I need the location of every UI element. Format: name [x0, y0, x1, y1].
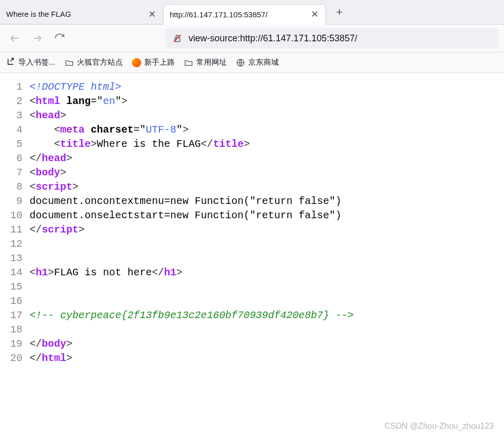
- url-text: view-source:http://61.147.171.105:53857/: [189, 33, 357, 44]
- line-content[interactable]: [30, 251, 499, 266]
- source-line: 7<body>: [5, 166, 499, 180]
- tab-active[interactable]: http://61.147.171.105:53857/ ✕: [163, 4, 326, 24]
- source-line: 20</html>: [5, 351, 499, 366]
- line-content[interactable]: document.oncontextmenu=new Function("ret…: [30, 194, 499, 209]
- bookmarks-bar: 导入书签... 火狐官方站点 新手上路 常用网址 京东商城: [0, 53, 504, 73]
- forward-button[interactable]: [29, 30, 46, 47]
- source-line: 11</script>: [5, 223, 499, 237]
- source-line: 12: [5, 237, 499, 251]
- nav-bar: view-source:http://61.147.171.105:53857/: [0, 24, 504, 53]
- insecure-lock-icon: [172, 33, 182, 43]
- tab-inactive[interactable]: Where is the FLAG ✕: [0, 4, 163, 24]
- bookmark-folder-common[interactable]: 常用网址: [184, 58, 227, 67]
- line-content[interactable]: <script>: [30, 180, 499, 194]
- line-number: 10: [5, 209, 30, 223]
- source-line: 9document.oncontextmenu=new Function("re…: [5, 194, 499, 209]
- line-number: 13: [5, 251, 30, 266]
- line-content[interactable]: <html lang="en">: [30, 94, 499, 109]
- address-bar[interactable]: view-source:http://61.147.171.105:53857/: [165, 28, 498, 48]
- line-number: 1: [5, 80, 30, 94]
- source-line: 14<h1>FLAG is not here</h1>: [5, 266, 499, 280]
- globe-icon: [236, 58, 245, 67]
- line-number: 2: [5, 94, 30, 109]
- bookmark-label: 火狐官方站点: [77, 58, 123, 67]
- bookmark-jd[interactable]: 京东商城: [236, 58, 279, 67]
- source-line: 19</body>: [5, 337, 499, 351]
- line-content[interactable]: </body>: [30, 337, 499, 351]
- source-line: 5 <title>Where is the FLAG</title>: [5, 137, 499, 151]
- source-line: 13: [5, 251, 499, 266]
- line-content[interactable]: [30, 323, 499, 337]
- line-content[interactable]: [30, 294, 499, 308]
- bookmark-label: 导入书签...: [18, 58, 56, 67]
- source-line: 3<head>: [5, 109, 499, 123]
- bookmark-label: 京东商城: [248, 58, 279, 67]
- tab-bar: Where is the FLAG ✕ http://61.147.171.10…: [0, 0, 504, 24]
- tab-title: http://61.147.171.105:53857/: [170, 10, 309, 19]
- source-line: 15: [5, 280, 499, 294]
- source-view: 1<!DOCTYPE html>2<html lang="en">3<head>…: [0, 73, 504, 371]
- source-line: 16: [5, 294, 499, 308]
- close-icon[interactable]: ✕: [309, 9, 320, 19]
- line-number: 4: [5, 123, 30, 137]
- source-line: 18: [5, 323, 499, 337]
- line-content[interactable]: <!DOCTYPE html>: [30, 80, 499, 94]
- line-number: 15: [5, 280, 30, 294]
- line-number: 8: [5, 180, 30, 194]
- tab-title: Where is the FLAG: [6, 10, 147, 18]
- new-tab-button[interactable]: +: [330, 3, 349, 21]
- folder-icon: [184, 58, 193, 67]
- bookmark-label: 新手上路: [144, 58, 175, 67]
- line-content[interactable]: <meta charset="UTF-8">: [30, 123, 499, 137]
- source-line: 6</head>: [5, 151, 499, 166]
- import-icon: [6, 57, 15, 68]
- line-number: 19: [5, 337, 30, 351]
- line-number: 9: [5, 194, 30, 209]
- bookmark-import[interactable]: 导入书签...: [6, 57, 56, 68]
- close-icon[interactable]: ✕: [147, 9, 157, 19]
- folder-icon: [65, 58, 74, 67]
- source-line: 8<script>: [5, 180, 499, 194]
- line-content[interactable]: <h1>FLAG is not here</h1>: [30, 266, 499, 280]
- line-content[interactable]: [30, 280, 499, 294]
- line-content[interactable]: </html>: [30, 351, 499, 366]
- source-line: 17<!-- cyberpeace{2f13fb9e13c2e160bf7093…: [5, 308, 499, 323]
- line-content[interactable]: </head>: [30, 151, 499, 166]
- watermark: CSDN @Zhou-Zhou_zhou123: [384, 422, 494, 431]
- line-number: 6: [5, 151, 30, 166]
- line-number: 14: [5, 266, 30, 280]
- bookmark-folder-firefox-site[interactable]: 火狐官方站点: [65, 58, 123, 67]
- bookmark-label: 常用网址: [196, 58, 227, 67]
- line-content[interactable]: [30, 237, 499, 251]
- line-number: 7: [5, 166, 30, 180]
- source-line: 1<!DOCTYPE html>: [5, 80, 499, 94]
- line-number: 18: [5, 323, 30, 337]
- line-number: 3: [5, 109, 30, 123]
- line-number: 16: [5, 294, 30, 308]
- back-button[interactable]: [6, 30, 23, 47]
- line-content[interactable]: document.onselectstart=new Function("ret…: [30, 209, 499, 223]
- line-number: 17: [5, 308, 30, 323]
- line-content[interactable]: <head>: [30, 109, 499, 123]
- bookmark-getting-started[interactable]: 新手上路: [132, 58, 175, 67]
- line-number: 12: [5, 237, 30, 251]
- source-line: 2<html lang="en">: [5, 94, 499, 109]
- firefox-icon: [132, 58, 141, 67]
- line-content[interactable]: <!-- cyberpeace{2f13fb9e13c2e160bf70939d…: [30, 308, 499, 323]
- source-line: 4 <meta charset="UTF-8">: [5, 123, 499, 137]
- reload-button[interactable]: [51, 30, 68, 47]
- line-content[interactable]: </script>: [30, 223, 499, 237]
- source-line: 10document.onselectstart=new Function("r…: [5, 209, 499, 223]
- line-content[interactable]: <title>Where is the FLAG</title>: [30, 137, 499, 151]
- line-number: 11: [5, 223, 30, 237]
- line-number: 20: [5, 351, 30, 366]
- line-number: 5: [5, 137, 30, 151]
- line-content[interactable]: <body>: [30, 166, 499, 180]
